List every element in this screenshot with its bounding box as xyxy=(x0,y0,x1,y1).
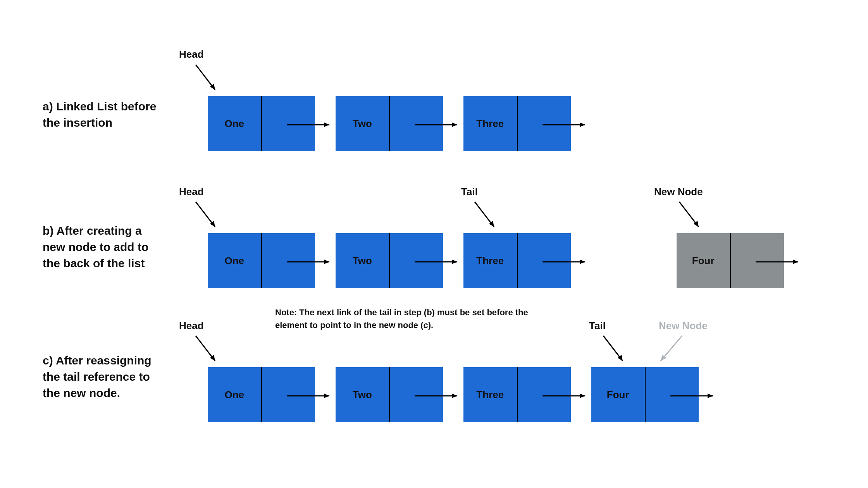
row-c-arrow-2-3 xyxy=(415,392,465,400)
node-data-cell: One xyxy=(208,233,261,288)
row-b-tail-label: Tail xyxy=(461,186,478,198)
svg-marker-31 xyxy=(452,393,457,398)
row-b-newnode-arrow xyxy=(677,200,708,235)
row-c-note: Note: The next link of the tail in step … xyxy=(275,306,554,332)
row-a-arrow-1-2 xyxy=(287,121,337,129)
svg-marker-33 xyxy=(580,393,585,398)
svg-marker-7 xyxy=(580,122,585,127)
row-a-description: a) Linked List before the insertion xyxy=(43,98,159,131)
node-value: One xyxy=(224,255,244,267)
node-data-cell: Three xyxy=(463,367,517,422)
row-b-tail-arrow xyxy=(473,200,504,235)
row-b-arrow-4-null xyxy=(756,258,806,266)
row-a-arrow-2-3 xyxy=(415,121,465,129)
node-data-cell: Two xyxy=(336,233,389,288)
svg-marker-19 xyxy=(580,259,585,264)
node-data-cell: Four xyxy=(591,367,645,422)
row-a-head-label: Head xyxy=(179,48,204,60)
diagram-canvas: a) Linked List before the insertion Head… xyxy=(0,0,868,488)
row-c-tail-label: Tail xyxy=(589,320,606,332)
row-b-description: b) After creating a new node to add to t… xyxy=(43,223,159,271)
svg-marker-35 xyxy=(708,393,713,398)
row-b-arrow-3-null xyxy=(542,258,593,266)
node-value: Two xyxy=(353,389,372,401)
node-value: Two xyxy=(353,118,372,130)
row-c-tail-arrow xyxy=(601,334,632,369)
node-value: Four xyxy=(607,389,629,401)
node-data-cell: One xyxy=(208,96,261,151)
row-c-newnode-label: New Node xyxy=(659,320,708,332)
row-a-arrow-3-null xyxy=(542,121,593,129)
node-value: Three xyxy=(476,255,504,267)
row-c-head-arrow xyxy=(194,334,225,369)
node-data-cell: Four xyxy=(677,233,730,288)
row-c-description: c) After reassigning the tail reference … xyxy=(43,352,159,401)
row-c-arrow-3-4 xyxy=(542,392,593,400)
node-data-cell: Three xyxy=(463,233,517,288)
row-b-newnode-label: New Node xyxy=(654,186,703,198)
row-c-head-label: Head xyxy=(179,320,204,332)
svg-marker-17 xyxy=(452,259,457,264)
node-data-cell: Two xyxy=(336,96,389,151)
row-a-head-arrow xyxy=(194,63,225,98)
row-b-arrow-2-3 xyxy=(415,258,465,266)
svg-marker-21 xyxy=(793,259,798,264)
row-c-arrow-1-2 xyxy=(287,392,337,400)
node-data-cell: Two xyxy=(336,367,389,422)
node-value: One xyxy=(224,118,244,130)
row-b-head-arrow xyxy=(194,200,225,235)
row-c-arrow-4-null xyxy=(670,392,721,400)
row-c-newnode-arrow xyxy=(655,334,690,369)
row-b-arrow-1-2 xyxy=(287,258,337,266)
svg-marker-15 xyxy=(324,259,329,264)
svg-marker-5 xyxy=(452,122,457,127)
node-value: Three xyxy=(476,389,504,401)
node-data-cell: One xyxy=(208,367,261,422)
node-value: Two xyxy=(353,255,372,267)
svg-marker-3 xyxy=(324,122,329,127)
svg-marker-29 xyxy=(324,393,329,398)
node-value: Three xyxy=(476,118,504,130)
node-data-cell: Three xyxy=(463,96,517,151)
node-value: One xyxy=(224,389,244,401)
node-value: Four xyxy=(692,255,715,267)
row-b-head-label: Head xyxy=(179,186,204,198)
